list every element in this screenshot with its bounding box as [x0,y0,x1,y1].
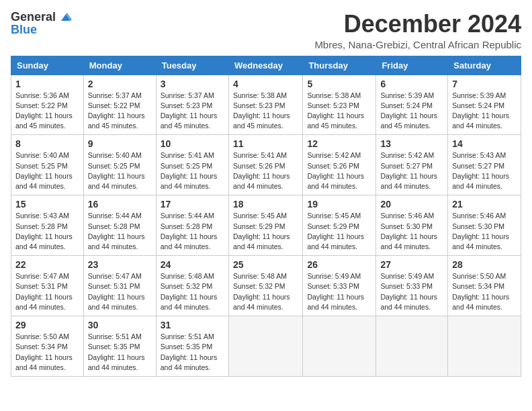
day-number: 9 [88,138,152,149]
day-info: Sunrise: 5:41 AMSunset: 5:26 PMDaylight:… [233,151,290,190]
day-number: 15 [15,199,79,210]
day-number: 19 [307,199,371,210]
calendar-cell: 21 Sunrise: 5:46 AMSunset: 5:30 PMDaylig… [448,195,521,256]
day-info: Sunrise: 5:49 AMSunset: 5:33 PMDaylight:… [307,272,364,311]
calendar-cell [448,316,521,377]
calendar-week-row: 1 Sunrise: 5:36 AMSunset: 5:22 PMDayligh… [11,75,521,135]
page-header: General Blue December 2024 Mbres, Nana-G… [11,11,521,50]
day-info: Sunrise: 5:50 AMSunset: 5:34 PMDaylight:… [452,272,509,311]
day-number: 29 [15,320,79,330]
calendar-cell: 31 Sunrise: 5:51 AMSunset: 5:35 PMDaylig… [156,316,228,377]
day-number: 12 [307,138,371,149]
day-info: Sunrise: 5:43 AMSunset: 5:28 PMDaylight:… [15,212,73,250]
day-info: Sunrise: 5:42 AMSunset: 5:27 PMDaylight:… [380,151,437,190]
day-number: 11 [233,138,298,149]
calendar-cell: 12 Sunrise: 5:42 AMSunset: 5:26 PMDaylig… [303,135,376,195]
day-info: Sunrise: 5:49 AMSunset: 5:33 PMDaylight:… [380,272,437,311]
day-info: Sunrise: 5:45 AMSunset: 5:29 PMDaylight:… [233,212,290,250]
day-number: 30 [88,320,152,330]
day-info: Sunrise: 5:40 AMSunset: 5:25 PMDaylight:… [15,151,73,190]
col-friday: Friday [376,56,448,75]
day-info: Sunrise: 5:51 AMSunset: 5:35 PMDaylight:… [88,332,145,371]
calendar-cell: 2 Sunrise: 5:37 AMSunset: 5:22 PMDayligh… [83,75,156,135]
calendar-cell: 1 Sunrise: 5:36 AMSunset: 5:22 PMDayligh… [11,75,84,135]
calendar-cell: 24 Sunrise: 5:48 AMSunset: 5:32 PMDaylig… [156,256,228,316]
col-sunday: Sunday [11,56,84,75]
day-info: Sunrise: 5:44 AMSunset: 5:28 PMDaylight:… [88,212,145,250]
calendar-cell: 20 Sunrise: 5:46 AMSunset: 5:30 PMDaylig… [376,195,448,256]
day-number: 21 [452,199,517,210]
calendar-cell: 8 Sunrise: 5:40 AMSunset: 5:25 PMDayligh… [11,135,84,195]
day-info: Sunrise: 5:45 AMSunset: 5:29 PMDaylight:… [307,212,364,250]
day-info: Sunrise: 5:39 AMSunset: 5:24 PMDaylight:… [380,91,437,130]
day-info: Sunrise: 5:47 AMSunset: 5:31 PMDaylight:… [15,272,73,311]
day-number: 23 [88,259,152,270]
day-info: Sunrise: 5:47 AMSunset: 5:31 PMDaylight:… [88,272,145,311]
day-info: Sunrise: 5:48 AMSunset: 5:32 PMDaylight:… [233,272,290,311]
day-info: Sunrise: 5:38 AMSunset: 5:23 PMDaylight:… [233,91,290,130]
day-info: Sunrise: 5:43 AMSunset: 5:27 PMDaylight:… [452,151,509,190]
calendar-cell: 14 Sunrise: 5:43 AMSunset: 5:27 PMDaylig… [448,135,521,195]
day-number: 28 [452,259,517,270]
day-number: 16 [88,199,152,210]
calendar-cell [228,316,302,377]
calendar-cell: 3 Sunrise: 5:37 AMSunset: 5:23 PMDayligh… [156,75,228,135]
calendar-cell: 10 Sunrise: 5:41 AMSunset: 5:25 PMDaylig… [156,135,228,195]
day-number: 3 [161,79,224,89]
day-number: 27 [380,259,443,270]
calendar-cell: 25 Sunrise: 5:48 AMSunset: 5:32 PMDaylig… [228,256,302,316]
day-number: 20 [380,199,443,210]
calendar-week-row: 29 Sunrise: 5:50 AMSunset: 5:34 PMDaylig… [11,316,521,377]
col-monday: Monday [83,56,156,75]
day-info: Sunrise: 5:39 AMSunset: 5:24 PMDaylight:… [452,91,509,130]
calendar-week-row: 22 Sunrise: 5:47 AMSunset: 5:31 PMDaylig… [11,256,521,316]
col-thursday: Thursday [303,56,376,75]
day-number: 6 [380,79,443,89]
calendar-cell: 23 Sunrise: 5:47 AMSunset: 5:31 PMDaylig… [83,256,156,316]
day-number: 7 [452,79,517,89]
calendar-cell: 19 Sunrise: 5:45 AMSunset: 5:29 PMDaylig… [303,195,376,256]
day-number: 24 [161,259,224,270]
day-info: Sunrise: 5:51 AMSunset: 5:35 PMDaylight:… [161,332,218,371]
month-title: December 2024 [314,11,521,38]
day-number: 1 [15,79,79,89]
col-saturday: Saturday [448,56,521,75]
calendar-cell: 28 Sunrise: 5:50 AMSunset: 5:34 PMDaylig… [448,256,521,316]
day-info: Sunrise: 5:41 AMSunset: 5:25 PMDaylight:… [161,151,218,190]
day-number: 2 [88,79,152,89]
calendar-week-row: 15 Sunrise: 5:43 AMSunset: 5:28 PMDaylig… [11,195,521,256]
day-number: 31 [161,320,224,330]
calendar-cell: 15 Sunrise: 5:43 AMSunset: 5:28 PMDaylig… [11,195,84,256]
calendar-cell: 26 Sunrise: 5:49 AMSunset: 5:33 PMDaylig… [303,256,376,316]
day-number: 14 [452,138,517,149]
col-wednesday: Wednesday [228,56,302,75]
calendar-cell: 9 Sunrise: 5:40 AMSunset: 5:25 PMDayligh… [83,135,156,195]
day-number: 26 [307,259,371,270]
day-number: 10 [161,138,224,149]
day-info: Sunrise: 5:46 AMSunset: 5:30 PMDaylight:… [380,212,437,250]
day-number: 22 [15,259,79,270]
calendar-cell: 4 Sunrise: 5:38 AMSunset: 5:23 PMDayligh… [228,75,302,135]
day-number: 8 [15,138,79,149]
day-info: Sunrise: 5:46 AMSunset: 5:30 PMDaylight:… [452,212,509,250]
calendar-cell: 13 Sunrise: 5:42 AMSunset: 5:27 PMDaylig… [376,135,448,195]
calendar-week-row: 8 Sunrise: 5:40 AMSunset: 5:25 PMDayligh… [11,135,521,195]
title-section: December 2024 Mbres, Nana-Grebizi, Centr… [314,11,521,50]
calendar-cell: 27 Sunrise: 5:49 AMSunset: 5:33 PMDaylig… [376,256,448,316]
day-number: 17 [161,199,224,210]
calendar-cell: 16 Sunrise: 5:44 AMSunset: 5:28 PMDaylig… [83,195,156,256]
calendar-cell [376,316,448,377]
day-info: Sunrise: 5:50 AMSunset: 5:34 PMDaylight:… [15,332,73,371]
calendar-cell: 29 Sunrise: 5:50 AMSunset: 5:34 PMDaylig… [11,316,84,377]
day-number: 5 [307,79,371,89]
logo-blue: Blue [11,23,37,37]
day-info: Sunrise: 5:40 AMSunset: 5:25 PMDaylight:… [88,151,145,190]
calendar-cell: 22 Sunrise: 5:47 AMSunset: 5:31 PMDaylig… [11,256,84,316]
logo: General Blue [11,11,72,37]
calendar-cell: 18 Sunrise: 5:45 AMSunset: 5:29 PMDaylig… [228,195,302,256]
col-tuesday: Tuesday [156,56,228,75]
day-number: 13 [380,138,443,149]
calendar-cell: 7 Sunrise: 5:39 AMSunset: 5:24 PMDayligh… [448,75,521,135]
calendar-cell [303,316,376,377]
calendar-cell: 6 Sunrise: 5:39 AMSunset: 5:24 PMDayligh… [376,75,448,135]
